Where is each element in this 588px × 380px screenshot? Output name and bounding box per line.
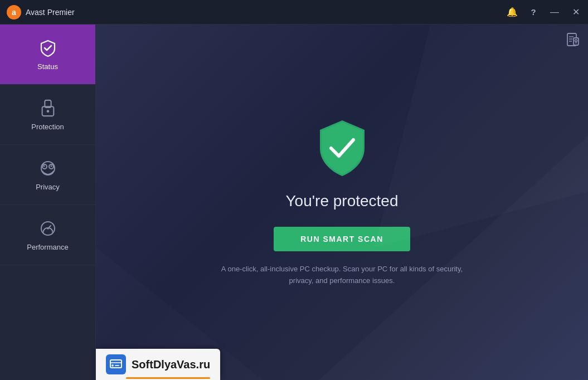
content-top-right bbox=[566, 32, 580, 50]
sidebar-item-performance[interactable]: Performance bbox=[0, 205, 95, 265]
sidebar-item-status[interactable]: Status bbox=[0, 25, 95, 85]
svg-point-9 bbox=[50, 165, 52, 167]
sidebar-item-status-label: Status bbox=[37, 62, 58, 71]
svg-rect-28 bbox=[115, 365, 119, 366]
sidebar-item-privacy[interactable]: Privacy bbox=[0, 145, 95, 205]
app-title: Avast Premier bbox=[26, 8, 75, 17]
title-bar: a Avast Premier 🔔 ? — ✕ bbox=[0, 0, 588, 25]
scan-description: A one-click, all-inclusive PC checkup. S… bbox=[208, 264, 476, 287]
privacy-icon bbox=[38, 158, 58, 178]
svg-point-12 bbox=[47, 227, 49, 230]
watermark: SoftDlyaVas.ru bbox=[96, 349, 220, 380]
sidebar-item-protection-label: Protection bbox=[31, 123, 64, 131]
watermark-icon bbox=[106, 354, 126, 374]
sidebar-item-protection[interactable]: Protection bbox=[0, 85, 95, 145]
content-area: You're protected RUN SMART SCAN A one-cl… bbox=[96, 25, 588, 380]
title-bar-left: a Avast Premier bbox=[7, 5, 507, 20]
status-icon bbox=[38, 38, 58, 58]
notification-icon[interactable]: 🔔 bbox=[507, 7, 518, 17]
sidebar-item-performance-label: Performance bbox=[27, 243, 68, 251]
avast-logo-icon: a bbox=[7, 5, 21, 20]
watermark-underline bbox=[126, 377, 210, 379]
sidebar-item-privacy-label: Privacy bbox=[36, 183, 60, 191]
run-smart-scan-button[interactable]: RUN SMART SCAN bbox=[274, 227, 410, 251]
svg-rect-25 bbox=[110, 360, 122, 368]
close-icon[interactable]: ✕ bbox=[570, 7, 581, 17]
shield-wrapper bbox=[314, 118, 370, 181]
help-icon[interactable]: ? bbox=[528, 7, 539, 17]
protection-icon bbox=[38, 98, 58, 118]
shield-icon bbox=[314, 118, 370, 179]
svg-point-27 bbox=[111, 364, 114, 367]
svg-point-4 bbox=[46, 110, 49, 113]
license-icon[interactable] bbox=[566, 36, 580, 50]
protected-text: You're protected bbox=[285, 192, 398, 210]
main-layout: Status Protection bbox=[0, 25, 588, 380]
svg-marker-15 bbox=[375, 25, 588, 247]
title-bar-controls: 🔔 ? — ✕ bbox=[507, 7, 581, 17]
watermark-text: SoftDlyaVas.ru bbox=[132, 358, 210, 371]
performance-icon bbox=[38, 218, 58, 238]
svg-text:a: a bbox=[12, 8, 16, 17]
sidebar: Status Protection bbox=[0, 25, 96, 380]
minimize-icon[interactable]: — bbox=[549, 7, 560, 17]
svg-point-8 bbox=[43, 165, 45, 167]
